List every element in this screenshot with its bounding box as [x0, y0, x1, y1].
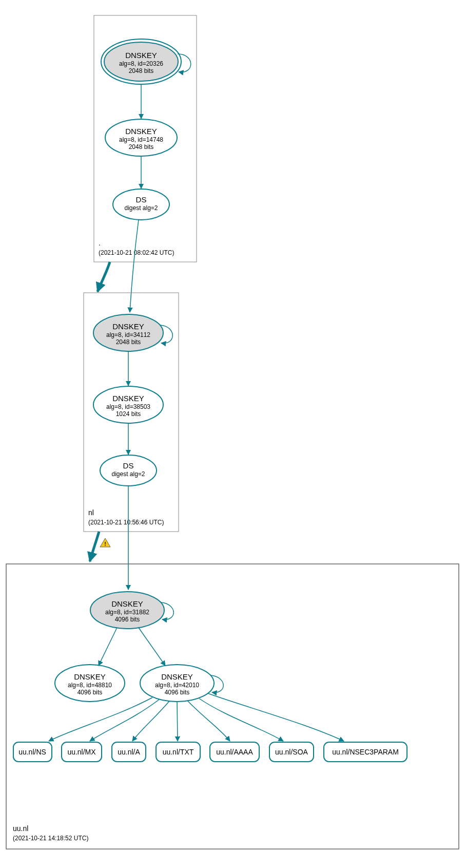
- rr-soa: uu.nl/SOA: [269, 742, 314, 762]
- uu-zsk1-sub2: 4096 bits: [77, 689, 103, 696]
- nl-zsk-sub1: alg=8, id=38503: [106, 403, 150, 410]
- uu-zsk2-sub1: alg=8, id=42010: [155, 682, 199, 689]
- nl-ds-title: DS: [123, 461, 134, 470]
- nl-ds-sub1: digest alg=2: [111, 470, 145, 478]
- root-dnskey-ksk: DNSKEY alg=8, id=20326 2048 bits: [101, 39, 181, 84]
- nl-zsk-sub2: 1024 bits: [116, 410, 141, 418]
- nl-ksk-sub1: alg=8, id=34112: [106, 331, 150, 338]
- root-zone-name: .: [99, 239, 101, 247]
- uu-zsk1-sub1: alg=8, id=48810: [68, 682, 112, 689]
- svg-text:uu.nl/A: uu.nl/A: [118, 748, 140, 756]
- nl-ksk-title: DNSKEY: [112, 322, 144, 331]
- uu-zone-name: uu.nl: [13, 824, 28, 833]
- uu-dnskey-zsk1: DNSKEY alg=8, id=48810 4096 bits: [55, 665, 125, 702]
- rr-mx: uu.nl/MX: [62, 742, 102, 762]
- svg-text:uu.nl/NS: uu.nl/NS: [18, 748, 46, 756]
- uu-zsk1-title: DNSKEY: [74, 672, 106, 681]
- uu-zsk2-title: DNSKEY: [161, 672, 193, 681]
- root-ksk-title: DNSKEY: [125, 51, 157, 60]
- nl-zone-name: nl: [88, 508, 94, 517]
- uu-dnskey-zsk2: DNSKEY alg=8, id=42010 4096 bits: [140, 665, 214, 702]
- root-ksk-sub1: alg=8, id=20326: [119, 60, 163, 67]
- rr-nsec3: uu.nl/NSEC3PARAM: [324, 742, 407, 762]
- uu-ksk-title: DNSKEY: [111, 599, 143, 608]
- nl-zone-ts: (2021-10-21 10:56:46 UTC): [88, 519, 164, 526]
- nl-ds: DS digest alg=2: [100, 455, 157, 486]
- root-dnskey-zsk: DNSKEY alg=8, id=14748 2048 bits: [105, 119, 177, 156]
- warning-icon: !: [100, 538, 110, 547]
- uu-ksk-sub1: alg=8, id=31882: [105, 609, 149, 616]
- root-ds: DS digest alg=2: [113, 189, 169, 220]
- uu-ksk-sub2: 4096 bits: [115, 616, 140, 623]
- uu-dnskey-ksk: DNSKEY alg=8, id=31882 4096 bits: [90, 592, 164, 629]
- root-zone-ts: (2021-10-21 08:02:42 UTC): [99, 249, 174, 256]
- svg-text:uu.nl/AAAA: uu.nl/AAAA: [216, 748, 253, 756]
- uu-zone-ts: (2021-10-21 14:18:52 UTC): [13, 835, 88, 842]
- root-zsk-title: DNSKEY: [125, 127, 157, 136]
- root-zsk-sub1: alg=8, id=14748: [119, 136, 163, 143]
- rr-aaaa: uu.nl/AAAA: [210, 742, 259, 762]
- rr-a: uu.nl/A: [112, 742, 146, 762]
- root-zsk-sub2: 2048 bits: [129, 143, 154, 150]
- svg-text:!: !: [104, 541, 106, 547]
- root-ds-sub1: digest alg=2: [124, 204, 158, 212]
- root-ds-title: DS: [136, 195, 147, 204]
- svg-text:uu.nl/TXT: uu.nl/TXT: [163, 748, 194, 756]
- svg-text:uu.nl/NSEC3PARAM: uu.nl/NSEC3PARAM: [332, 748, 399, 756]
- svg-text:uu.nl/SOA: uu.nl/SOA: [275, 748, 308, 756]
- rr-ns: uu.nl/NS: [13, 742, 52, 762]
- nl-ksk-sub2: 2048 bits: [116, 338, 141, 346]
- uu-zsk2-sub2: 4096 bits: [165, 689, 190, 696]
- nl-dnskey-ksk: DNSKEY alg=8, id=34112 2048 bits: [93, 314, 163, 351]
- svg-rect-10: [6, 564, 459, 849]
- nl-zsk-title: DNSKEY: [112, 394, 144, 403]
- svg-text:uu.nl/MX: uu.nl/MX: [67, 748, 96, 756]
- root-ksk-sub2: 2048 bits: [129, 67, 154, 74]
- rr-txt: uu.nl/TXT: [156, 742, 200, 762]
- nl-dnskey-zsk: DNSKEY alg=8, id=38503 1024 bits: [93, 386, 163, 423]
